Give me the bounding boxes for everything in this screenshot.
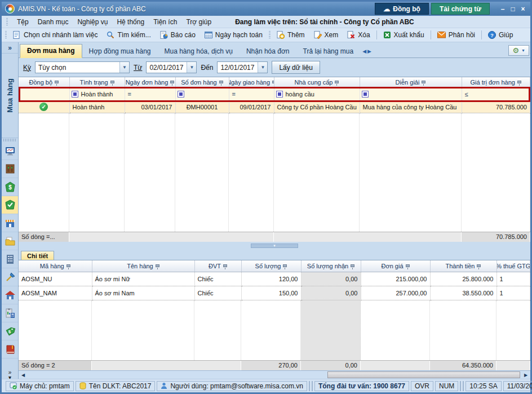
period-select[interactable]: Tùy chọn ▼ — [35, 61, 130, 73]
splitter-handle[interactable]: ▾ — [251, 244, 298, 248]
menu-tro-giup[interactable]: Trợ giúp — [186, 18, 211, 26]
tab-tra-lai-hang-mua[interactable]: Trả lại hàng mua — [296, 45, 361, 58]
menu-tien-ich[interactable]: Tiện ích — [153, 18, 177, 26]
col-header-ten-hang[interactable]: Tên hàng — [92, 260, 194, 272]
tab-don-mua-hang[interactable]: Đơn mua hàng — [20, 44, 82, 58]
filter-gia-tri[interactable]: ≤ — [462, 87, 530, 101]
from-date-dropdown-icon[interactable]: ▼ — [187, 62, 196, 73]
pin-icon — [110, 81, 114, 83]
filter-tinh-trang[interactable]: Hoàn thành — [69, 87, 125, 101]
detail-row[interactable]: AOSM_NAM Áo sơ mi Nam Chiếc 150,00 0,00 … — [19, 286, 530, 300]
filter-nha-cung-cap[interactable]: hoàng cầu — [274, 87, 360, 101]
to-date-dropdown-icon[interactable]: ▼ — [258, 62, 267, 73]
sidebar-item-dashboard[interactable] — [2, 142, 18, 160]
filter-dong-bo[interactable] — [19, 87, 69, 101]
col-header-nha-cung-cap[interactable]: Nhà cung cấp — [274, 77, 360, 87]
delete-button[interactable]: Xóa — [344, 30, 373, 40]
sidebar-overflow-button[interactable]: » ▾ — [2, 369, 18, 379]
detail-row[interactable]: AOSM_NU Áo sơ mi Nữ Chiếc 120,00 0,00 21… — [19, 272, 530, 286]
col-header-so-luong-nhan[interactable]: Số lượng nhận — [301, 260, 361, 272]
tab-mua-hang-hoa-dich-vu[interactable]: Mua hàng hóa, dịch vụ — [158, 45, 240, 58]
get-data-button[interactable]: Lấy dữ liệu — [272, 61, 320, 74]
period-dropdown-icon[interactable]: ▼ — [119, 62, 129, 73]
minimize-button[interactable]: – — [498, 5, 508, 13]
menu-nghiep-vu[interactable]: Nghiệp vụ — [77, 18, 108, 26]
posting-date-button[interactable]: Ngày hạch toán — [202, 30, 265, 40]
sidebar-item-purchase[interactable] — [2, 196, 18, 214]
tab-chi-tiet[interactable]: Chi tiết — [21, 251, 54, 260]
filter-operator-icon[interactable] — [178, 91, 184, 98]
to-date-input[interactable]: 12/01/2017 ▼ — [217, 61, 268, 73]
sidebar-item-sales[interactable] — [2, 214, 18, 232]
detail-total-qty-received: 0,00 — [301, 361, 361, 370]
report-button[interactable]: Báo cáo — [157, 30, 198, 40]
sidebar-item-invoice[interactable] — [2, 232, 18, 250]
view-button[interactable]: Xem — [311, 30, 342, 40]
col-header-don-gia[interactable]: Đơn giá — [361, 260, 430, 272]
tab-scroll-right-icon[interactable]: ▶ — [367, 48, 371, 54]
sidebar-item-warehouse[interactable] — [2, 250, 18, 268]
grid-splitter[interactable]: ▾ — [19, 242, 530, 249]
report-label: Báo cáo — [171, 31, 196, 39]
server-check-icon — [10, 382, 17, 389]
tab-nhan-hoa-don[interactable]: Nhận hóa đơn — [240, 45, 296, 58]
col-header-ma-hang[interactable]: Mã hàng — [19, 260, 92, 272]
col-header-thanh-tien[interactable]: Thành tiền — [430, 260, 496, 272]
col-header-tinh-trang[interactable]: Tình trạng — [69, 77, 125, 87]
help-button[interactable]: ? Giúp — [485, 30, 516, 40]
sidebar-item-tools[interactable] — [2, 268, 18, 286]
filter-ngay-giao-hang[interactable]: = — [229, 87, 274, 101]
sidebar-item-reports[interactable] — [2, 340, 18, 358]
download-documents-button[interactable]: Tải chứng từ — [431, 3, 490, 15]
close-button[interactable]: × — [518, 5, 528, 13]
horizontal-scrollbar[interactable]: ◀ ▶ — [19, 370, 530, 379]
select-branch-button[interactable]: Chọn chi nhánh làm việc — [10, 30, 100, 40]
pin-icon — [406, 264, 410, 267]
working-on-label: Đang làm việc trên: Sổ tài chính - Công … — [235, 18, 414, 26]
grid-empty-column — [194, 300, 241, 361]
search-button[interactable]: Tìm kiếm... — [104, 30, 153, 40]
sync-button[interactable]: ☁ Đồng bộ — [375, 3, 429, 15]
feedback-button[interactable]: Phản hồi — [435, 30, 478, 40]
export-button[interactable]: Xuất khẩu — [380, 30, 427, 40]
sidebar-item-pricing[interactable]: $ — [2, 322, 18, 340]
filter-operator-icon[interactable] — [72, 91, 78, 98]
filter-ngay-don-hang[interactable]: = — [125, 87, 175, 101]
grid-settings-button[interactable]: ⚙ ▼ — [508, 45, 529, 56]
col-header-dvt[interactable]: ĐVT — [194, 260, 241, 272]
menu-danh-muc[interactable]: Danh mục — [38, 18, 69, 26]
filter-operator-icon[interactable] — [276, 91, 283, 98]
col-header-gia-tri-don-hang[interactable]: Giá trị đơn hàng — [462, 77, 530, 87]
col-header-ngay-giao-hang[interactable]: Ngày giao hàng — [229, 77, 274, 87]
col-header-dong-bo[interactable]: Đồng bộ — [19, 77, 69, 87]
detail-row-count: Số dòng = 2 — [19, 361, 92, 370]
filter-so-don-hang[interactable] — [175, 87, 229, 101]
scrollbar-thumb[interactable] — [327, 371, 520, 378]
filter-dien-giai[interactable] — [360, 87, 462, 101]
menu-tep[interactable]: Tệp — [17, 18, 29, 26]
sidebar-item-accounting[interactable] — [2, 304, 18, 322]
col-header-thue-gtgt[interactable]: % thuế GTG — [496, 260, 530, 272]
filter-operator-icon[interactable] — [362, 91, 369, 98]
sidebar-item-assets[interactable] — [2, 286, 18, 304]
scrollbar-left-arrow-icon[interactable]: ◀ — [19, 371, 28, 379]
add-button[interactable]: Thêm — [274, 30, 308, 40]
col-header-so-luong[interactable]: Số lượng — [241, 260, 301, 272]
menu-grip — [6, 18, 8, 26]
col-header-dien-giai[interactable]: Diễn giải — [360, 77, 462, 87]
order-row[interactable]: ✓ Hoàn thành 03/01/2017 ĐMH00001 09/01/2… — [19, 101, 530, 113]
sidebar-expand-button[interactable]: » — [2, 42, 18, 54]
maximize-button[interactable]: □ — [508, 5, 518, 13]
scrollbar-right-arrow-icon[interactable]: ▶ — [521, 371, 530, 379]
tab-hop-dong-mua-hang[interactable]: Hợp đồng mua hàng — [82, 45, 158, 58]
grid-empty-column — [430, 300, 496, 361]
from-date-input[interactable]: 02/01/2017 ▼ — [146, 61, 197, 73]
menu-he-thong[interactable]: Hệ thống — [117, 18, 144, 26]
item-qty-received: 0,00 — [301, 286, 361, 300]
ovr-indicator: OVR — [411, 381, 433, 391]
tab-scroll-left-icon[interactable]: ◀ — [362, 48, 366, 54]
col-header-ngay-don-hang[interactable]: Ngày đơn hàng — [125, 77, 175, 87]
sidebar-item-cabinet[interactable] — [2, 160, 18, 178]
sidebar-item-cash[interactable]: $ — [2, 178, 18, 196]
col-header-so-don-hang[interactable]: Số đơn hàng — [175, 77, 229, 87]
